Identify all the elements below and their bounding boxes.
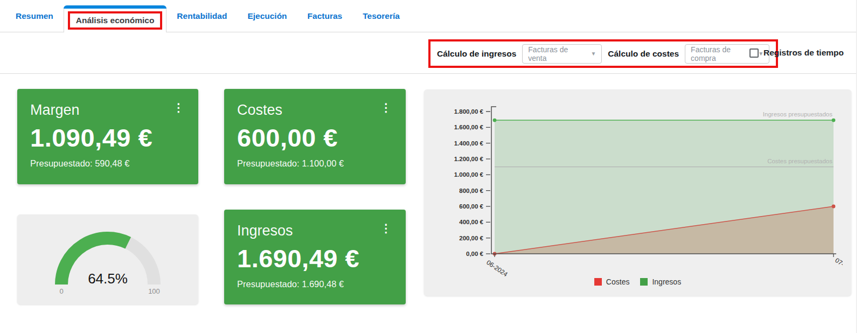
scrollbar-track[interactable]: [856, 0, 868, 333]
tab-resumen[interactable]: Resumen: [5, 0, 64, 32]
income-source-value: Facturas de venta: [528, 45, 584, 63]
kpi-subtitle: Presupuestado: 1.100,00 €: [237, 158, 393, 169]
legend-swatch: [594, 278, 602, 286]
chevron-down-icon: ▼: [591, 51, 596, 57]
svg-text:1.200,00 €: 1.200,00 €: [454, 156, 484, 162]
kebab-menu-icon[interactable]: ⋮: [380, 223, 392, 234]
time-records-label[interactable]: Registros de tiempo: [763, 48, 844, 58]
kpi-title: Costes: [237, 102, 393, 119]
svg-text:1.800,00 €: 1.800,00 €: [454, 108, 484, 115]
time-records-checkbox[interactable]: [749, 48, 759, 58]
tab-label: Análisis económico: [76, 16, 155, 25]
svg-text:06-2024: 06-2024: [485, 259, 509, 278]
svg-text:800,00 €: 800,00 €: [459, 188, 483, 194]
kebab-menu-icon[interactable]: ⋮: [173, 102, 184, 113]
kpi-value: 1.690,49 €: [237, 244, 393, 273]
svg-text:200,00 €: 200,00 €: [459, 235, 483, 241]
svg-text:07-2024: 07-2024: [834, 256, 843, 276]
tab-tesoreria[interactable]: Tesorería: [352, 0, 410, 32]
income-source-select[interactable]: Facturas de venta ▼: [522, 44, 602, 64]
kpi-title: Margen: [30, 102, 185, 119]
legend-label: Ingresos: [652, 278, 681, 286]
svg-text:400,00 €: 400,00 €: [459, 219, 483, 225]
svg-text:64.5%: 64.5%: [88, 270, 128, 287]
costs-kpi-card: ⋮ Costes 600,00 € Presupuestado: 1.100,0…: [224, 89, 406, 184]
margin-gauge-card: 64.5%0100: [17, 214, 198, 304]
tab-rentabilidad[interactable]: Rentabilidad: [166, 0, 237, 32]
tab-bar: Resumen Análisis económico Rentabilidad …: [0, 0, 856, 32]
kpi-value: 1.090,49 €: [30, 123, 185, 152]
kpi-value: 600,00 €: [237, 123, 393, 152]
svg-text:Ingresos presupuestados: Ingresos presupuestados: [763, 111, 832, 117]
annotation-red-box-tab: Análisis económico: [68, 11, 163, 30]
costs-calc-label: Cálculo de costes: [608, 49, 679, 59]
costs-source-value: Facturas de compra: [691, 45, 752, 63]
kpi-subtitle: Presupuestado: 590,48 €: [30, 158, 185, 169]
economic-analysis-page: Resumen Análisis económico Rentabilidad …: [0, 0, 856, 333]
kpi-title: Ingresos: [237, 223, 393, 239]
income-kpi-card: ⋮ Ingresos 1.690,49 € Presupuestado: 1.6…: [224, 210, 406, 304]
controls-row: Cálculo de ingresos Facturas de venta ▼ …: [0, 32, 856, 74]
svg-text:Costes presupuestados: Costes presupuestados: [767, 158, 832, 164]
svg-text:100: 100: [148, 287, 160, 295]
svg-text:0: 0: [59, 287, 63, 295]
legend-item[interactable]: Costes: [594, 278, 630, 286]
kpi-subtitle: Presupuestado: 1.690,48 €: [237, 279, 393, 289]
svg-text:1.400,00 €: 1.400,00 €: [454, 140, 484, 147]
income-costs-chart-card: 0,00 €200,00 €400,00 €600,00 €800,00 €1.…: [424, 89, 851, 296]
income-calc-label: Cálculo de ingresos: [437, 49, 516, 59]
legend-label: Costes: [606, 278, 630, 286]
legend-item[interactable]: Ingresos: [640, 278, 681, 286]
gauge-chart: 64.5%0100: [17, 217, 198, 301]
svg-text:600,00 €: 600,00 €: [459, 203, 483, 210]
profit-chart: 0,00 €200,00 €400,00 €600,00 €800,00 €1.…: [425, 95, 843, 285]
annotation-red-box-controls: Cálculo de ingresos Facturas de venta ▼ …: [428, 39, 778, 68]
chart-legend: CostesIngresos: [424, 278, 851, 286]
svg-text:1.600,00 €: 1.600,00 €: [454, 124, 484, 130]
margin-kpi-card: ⋮ Margen 1.090,49 € Presupuestado: 590,4…: [17, 89, 198, 184]
kebab-menu-icon[interactable]: ⋮: [380, 102, 392, 113]
tab-facturas[interactable]: Facturas: [297, 0, 353, 32]
tab-ejecucion[interactable]: Ejecución: [237, 0, 297, 32]
legend-swatch: [640, 278, 648, 286]
svg-text:0,00 €: 0,00 €: [466, 251, 484, 257]
tab-analisis-economico[interactable]: Análisis económico: [64, 9, 167, 32]
time-records-group: Registros de tiempo: [749, 32, 844, 73]
svg-text:1.000,00 €: 1.000,00 €: [454, 171, 484, 178]
